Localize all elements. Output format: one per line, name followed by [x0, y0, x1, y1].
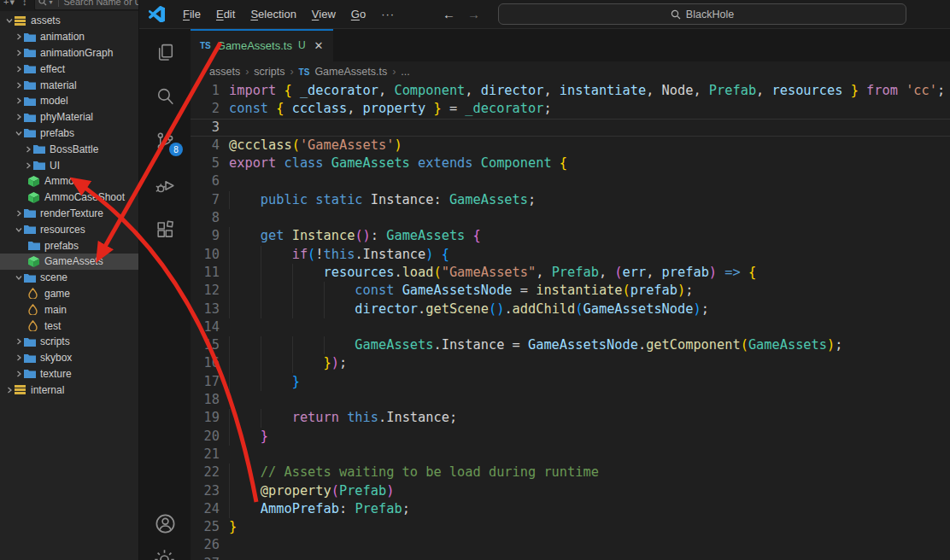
- vscode-logo-icon[interactable]: [149, 6, 165, 22]
- breadcrumb-item[interactable]: scripts: [254, 66, 284, 78]
- code-line-13[interactable]: 13 director.getScene().addChild(GameAsse…: [191, 300, 950, 318]
- folder-icon: [24, 273, 37, 283]
- code-line-2[interactable]: 2const { ccclass, property } = _decorato…: [191, 100, 950, 118]
- chevron-icon[interactable]: [14, 50, 24, 56]
- sort-assets-button[interactable]: ↕: [22, 0, 28, 7]
- tree-item-main[interactable]: main: [0, 301, 138, 318]
- settings-gear-icon[interactable]: [153, 548, 176, 560]
- tree-item-prefabs[interactable]: prefabs: [0, 125, 138, 142]
- tree-item-GameAssets[interactable]: GameAssets: [0, 254, 138, 270]
- chevron-icon[interactable]: [14, 226, 24, 233]
- code-line-10[interactable]: 10 if(!this.Instance) {: [191, 246, 950, 264]
- chevron-icon[interactable]: [14, 97, 24, 104]
- code-line-14[interactable]: 14: [191, 318, 950, 336]
- tree-item-texture[interactable]: texture: [0, 366, 138, 382]
- extensions-icon[interactable]: [153, 218, 177, 242]
- code-line-5[interactable]: 5export class GameAssets extends Compone…: [191, 155, 950, 172]
- asset-search-input[interactable]: ▾ Search Name or UUID: [34, 0, 138, 10]
- chevron-icon[interactable]: [14, 338, 24, 345]
- run-debug-icon[interactable]: [153, 173, 177, 197]
- chevron-icon[interactable]: [14, 274, 24, 281]
- breadcrumb-item[interactable]: assets: [209, 66, 240, 78]
- tree-item-assets[interactable]: assets: [0, 13, 138, 29]
- create-asset-button[interactable]: +▾: [3, 0, 15, 8]
- tree-item-Ammo[interactable]: Ammo: [0, 173, 138, 190]
- tree-item-label: skybox: [40, 352, 72, 364]
- tree-item-material[interactable]: material: [0, 77, 138, 93]
- menu-file[interactable]: File: [175, 8, 208, 20]
- menu-go[interactable]: Go: [343, 8, 373, 20]
- code-line-19[interactable]: 19 return this.Instance;: [191, 409, 950, 427]
- menu-view[interactable]: View: [304, 8, 343, 20]
- close-icon[interactable]: ✕: [314, 39, 324, 52]
- chevron-icon[interactable]: [23, 146, 33, 153]
- tree-item-prefabs[interactable]: prefabs: [0, 237, 138, 254]
- search-icon[interactable]: [153, 85, 177, 108]
- tree-item-phyMaterial[interactable]: phyMaterial: [0, 109, 138, 125]
- chevron-icon[interactable]: [14, 82, 24, 89]
- command-center[interactable]: BlackHole: [498, 3, 906, 25]
- code-editor[interactable]: 1import { _decorator, Component, directo…: [191, 82, 950, 560]
- code-line-23[interactable]: 23 @property(Prefab): [191, 482, 950, 500]
- code-line-11[interactable]: 11 resources.load("GameAssets", Prefab, …: [191, 264, 950, 282]
- breadcrumb-item[interactable]: GameAssets.ts: [314, 66, 387, 78]
- code-line-1[interactable]: 1import { _decorator, Component, directo…: [191, 82, 950, 100]
- chevron-icon[interactable]: [14, 354, 24, 361]
- tree-item-model[interactable]: model: [0, 93, 138, 109]
- chevron-icon[interactable]: [14, 210, 24, 217]
- code-line-15[interactable]: 15 GameAssets.Instance = GameAssetsNode.…: [191, 336, 950, 354]
- account-icon[interactable]: [153, 511, 177, 535]
- tree-item-resources[interactable]: resources: [0, 221, 138, 237]
- chevron-icon[interactable]: [14, 370, 24, 377]
- tree-item-game[interactable]: game: [0, 286, 138, 302]
- tree-item-skybox[interactable]: skybox: [0, 350, 138, 366]
- chevron-icon[interactable]: [23, 162, 33, 169]
- code-line-18[interactable]: 18: [191, 391, 950, 409]
- code-line-3[interactable]: 3: [191, 119, 950, 137]
- code-line-6[interactable]: 6: [191, 172, 950, 190]
- tab-gameassets[interactable]: TS GameAssets.ts U ✕: [191, 29, 333, 61]
- chevron-icon[interactable]: [14, 114, 24, 120]
- tree-item-BossBattle[interactable]: BossBattle: [0, 141, 138, 157]
- code-line-16[interactable]: 16 });: [191, 354, 950, 372]
- code-line-24[interactable]: 24 AmmoPrefab: Prefab;: [191, 500, 950, 518]
- code-line-4[interactable]: 4@ccclass('GameAssets'): [191, 137, 950, 155]
- menu-edit[interactable]: Edit: [208, 8, 243, 20]
- tree-item-renderTexture[interactable]: renderTexture: [0, 206, 138, 222]
- code-line-27[interactable]: 27: [191, 555, 950, 560]
- tree-item-AmmoCaseShoot[interactable]: AmmoCaseShoot: [0, 190, 138, 206]
- tree-item-scene[interactable]: scene: [0, 270, 138, 286]
- tree-item-UI[interactable]: UI: [0, 157, 138, 173]
- explorer-icon[interactable]: [153, 40, 177, 64]
- search-icon: [38, 0, 47, 6]
- tree-item-animation[interactable]: animation: [0, 29, 138, 45]
- code-line-17[interactable]: 17 }: [191, 373, 950, 391]
- source-control-icon[interactable]: 8: [153, 129, 177, 153]
- code-line-22[interactable]: 22 // Assets waiting to be load during r…: [191, 464, 950, 481]
- breadcrumb-item[interactable]: ...: [401, 66, 409, 78]
- tree-item-effect[interactable]: effect: [0, 61, 138, 77]
- code-line-25[interactable]: 25}: [191, 518, 950, 536]
- chevron-icon[interactable]: [4, 387, 15, 394]
- chevron-icon[interactable]: [4, 17, 15, 24]
- nav-forward-button[interactable]: →: [467, 7, 480, 21]
- menu-selection[interactable]: Selection: [243, 8, 303, 20]
- folder-icon: [24, 369, 37, 378]
- chevron-icon[interactable]: [14, 130, 24, 137]
- tree-item-internal[interactable]: internal: [0, 382, 138, 398]
- search-filter-caret-icon[interactable]: ▾: [49, 0, 52, 6]
- menu-overflow-button[interactable]: ···: [373, 8, 402, 20]
- nav-back-button[interactable]: ←: [443, 7, 455, 21]
- code-line-9[interactable]: 9 get Instance(): GameAssets {: [191, 227, 950, 245]
- chevron-icon[interactable]: [14, 33, 24, 40]
- code-line-7[interactable]: 7 public static Instance: GameAssets;: [191, 191, 950, 209]
- code-line-12[interactable]: 12 const GameAssetsNode = instantiate(pr…: [191, 282, 950, 300]
- code-line-21[interactable]: 21: [191, 446, 950, 464]
- tree-item-test[interactable]: test: [0, 318, 138, 334]
- code-line-20[interactable]: 20 }: [191, 428, 950, 446]
- tree-item-animationGraph[interactable]: animationGraph: [0, 45, 138, 61]
- code-line-8[interactable]: 8: [191, 209, 950, 227]
- tree-item-scripts[interactable]: scripts: [0, 334, 138, 350]
- chevron-icon[interactable]: [14, 66, 24, 73]
- code-line-26[interactable]: 26: [191, 536, 950, 554]
